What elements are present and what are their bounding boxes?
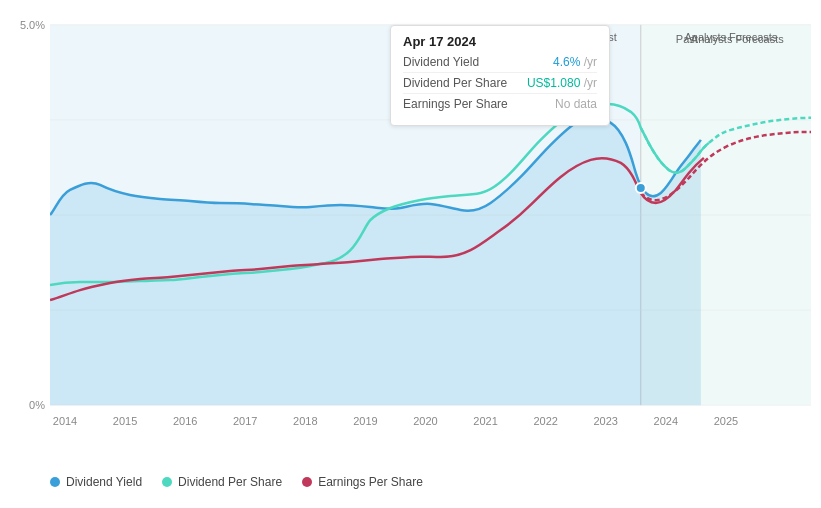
x-label-2025: 2025 <box>714 415 738 427</box>
y-label-0pct: 0% <box>29 399 45 411</box>
legend-item-earnings-per-share: Earnings Per Share <box>302 475 423 489</box>
legend-dot-dividend-per-share <box>162 477 172 487</box>
y-label-5pct: 5.0% <box>20 19 45 31</box>
tooltip-row-earnings-per-share: Earnings Per Share No data <box>403 97 597 114</box>
tooltip-label-dividend-yield: Dividend Yield <box>403 55 479 69</box>
tooltip-dot-dividend-yield <box>636 183 646 193</box>
chart-container: Apr 17 2024 Dividend Yield 4.6% /yr Divi… <box>0 0 821 508</box>
x-label-2021: 2021 <box>473 415 497 427</box>
x-label-2019: 2019 <box>353 415 377 427</box>
forecast-region-label: Analysts Forecasts <box>684 31 777 43</box>
legend-item-dividend-per-share: Dividend Per Share <box>162 475 282 489</box>
legend: Dividend Yield Dividend Per Share Earnin… <box>50 467 811 489</box>
tooltip-label-dividend-per-share: Dividend Per Share <box>403 76 507 90</box>
legend-label-dividend-yield: Dividend Yield <box>66 475 142 489</box>
x-label-2024: 2024 <box>654 415 678 427</box>
tooltip-row-dividend-per-share: Dividend Per Share US$1.080 /yr <box>403 76 597 94</box>
x-label-2023: 2023 <box>593 415 617 427</box>
legend-label-earnings-per-share: Earnings Per Share <box>318 475 423 489</box>
legend-label-dividend-per-share: Dividend Per Share <box>178 475 282 489</box>
x-label-2016: 2016 <box>173 415 197 427</box>
tooltip-value-earnings-per-share: No data <box>555 97 597 111</box>
tooltip-value-dividend-yield: 4.6% /yr <box>553 55 597 69</box>
tooltip-date: Apr 17 2024 <box>403 34 597 49</box>
x-label-2015: 2015 <box>113 415 137 427</box>
tooltip: Apr 17 2024 Dividend Yield 4.6% /yr Divi… <box>390 25 610 126</box>
x-label-2014: 2014 <box>53 415 77 427</box>
tooltip-value-dividend-per-share: US$1.080 /yr <box>527 76 597 90</box>
legend-dot-earnings-per-share <box>302 477 312 487</box>
x-label-2022: 2022 <box>533 415 557 427</box>
x-label-2018: 2018 <box>293 415 317 427</box>
tooltip-label-earnings-per-share: Earnings Per Share <box>403 97 508 111</box>
x-label-2017: 2017 <box>233 415 257 427</box>
legend-item-dividend-yield: Dividend Yield <box>50 475 142 489</box>
legend-dot-dividend-yield <box>50 477 60 487</box>
x-label-2020: 2020 <box>413 415 437 427</box>
tooltip-row-dividend-yield: Dividend Yield 4.6% /yr <box>403 55 597 73</box>
chart-area: Apr 17 2024 Dividend Yield 4.6% /yr Divi… <box>50 15 811 435</box>
